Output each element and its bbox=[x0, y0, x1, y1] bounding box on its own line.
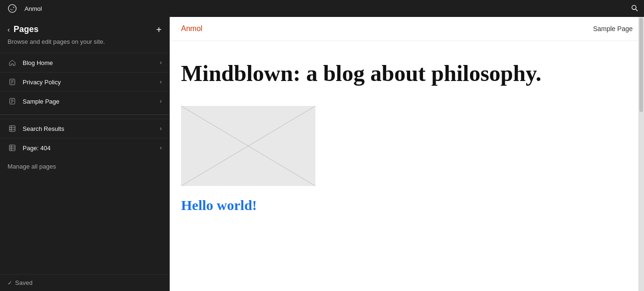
post-title: Hello world! bbox=[181, 197, 633, 213]
add-page-button[interactable]: + bbox=[156, 25, 162, 34]
secondary-pages-list: Search Results › Page: 404 › bbox=[0, 119, 169, 157]
chevron-right-icon-3: › bbox=[160, 98, 162, 105]
document-icon bbox=[8, 77, 17, 87]
table-icon-2 bbox=[8, 143, 17, 153]
sidebar-description: Browse and edit pages on your site. bbox=[0, 38, 169, 53]
pages-list: Blog Home › Privacy Policy › Sample Page… bbox=[0, 53, 169, 111]
blog-home-label: Blog Home bbox=[23, 59, 160, 66]
site-content: Mindblown: a blog about philosophy. Hell… bbox=[170, 41, 644, 232]
sidebar-item-blog-home[interactable]: Blog Home › bbox=[0, 53, 169, 72]
svg-rect-15 bbox=[9, 145, 15, 151]
site-preview[interactable]: Anmol Sample Page Mindblown: a blog abou… bbox=[170, 17, 644, 291]
sidebar-item-search-results[interactable]: Search Results › bbox=[0, 119, 169, 138]
privacy-policy-label: Privacy Policy bbox=[23, 79, 160, 86]
site-nav: Anmol Sample Page bbox=[170, 17, 644, 41]
search-results-label: Search Results bbox=[23, 125, 160, 132]
check-icon: ✓ bbox=[8, 280, 12, 286]
chevron-right-icon-4: › bbox=[160, 125, 162, 132]
sidebar: ‹ Pages + Browse and edit pages on your … bbox=[0, 17, 170, 291]
home-icon bbox=[8, 58, 17, 67]
preview-scrollbar[interactable] bbox=[638, 17, 644, 291]
top-bar: Anmol bbox=[0, 0, 644, 17]
chevron-right-icon: › bbox=[160, 59, 162, 66]
sidebar-item-privacy-policy[interactable]: Privacy Policy › bbox=[0, 72, 169, 91]
document-icon-2 bbox=[8, 97, 17, 106]
sidebar-header: ‹ Pages + bbox=[0, 17, 169, 38]
placeholder-image bbox=[181, 106, 315, 186]
svg-point-0 bbox=[8, 5, 17, 13]
search-icon[interactable] bbox=[631, 4, 638, 13]
chevron-right-icon: › bbox=[160, 79, 162, 85]
sidebar-item-sample-page[interactable]: Sample Page › bbox=[0, 91, 169, 111]
chevron-right-icon-5: › bbox=[160, 145, 162, 151]
wp-logo[interactable] bbox=[6, 2, 19, 15]
nav-link: Sample Page bbox=[593, 25, 633, 32]
main-area: ‹ Pages + Browse and edit pages on your … bbox=[0, 17, 644, 291]
scrollbar-thumb[interactable] bbox=[639, 18, 643, 112]
svg-line-2 bbox=[636, 9, 637, 11]
site-brand: Anmol bbox=[181, 24, 202, 33]
sidebar-title: Pages bbox=[14, 24, 153, 34]
svg-point-1 bbox=[632, 5, 636, 9]
manage-all-pages-link[interactable]: Manage all pages bbox=[0, 157, 169, 176]
site-name: Anmol bbox=[25, 5, 42, 12]
preview-area: Anmol Sample Page Mindblown: a blog abou… bbox=[170, 17, 644, 291]
table-icon bbox=[8, 124, 17, 133]
saved-bar: ✓ Saved bbox=[0, 274, 169, 291]
divider bbox=[0, 114, 169, 115]
sample-page-label: Sample Page bbox=[23, 98, 160, 105]
page-404-label: Page: 404 bbox=[23, 145, 160, 152]
back-button[interactable]: ‹ bbox=[8, 26, 10, 33]
site-heading: Mindblown: a blog about philosophy. bbox=[181, 60, 633, 87]
saved-label: Saved bbox=[15, 279, 33, 286]
svg-rect-11 bbox=[9, 126, 15, 131]
sidebar-item-page-404[interactable]: Page: 404 › bbox=[0, 138, 169, 157]
